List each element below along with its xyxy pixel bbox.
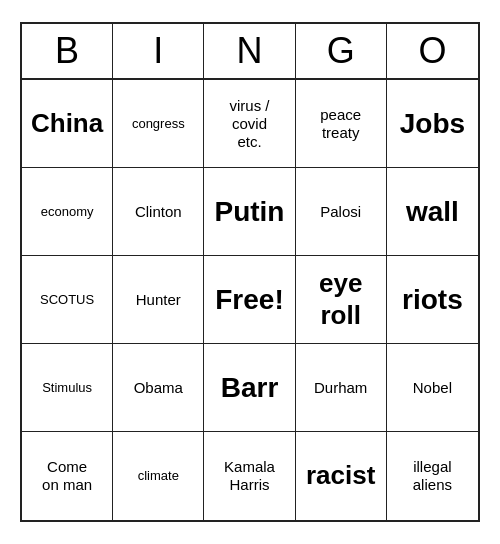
bingo-card: BINGO Chinacongressvirus / covid etc.pea… bbox=[20, 22, 480, 522]
bingo-cell: Free! bbox=[204, 256, 295, 344]
header-letter: I bbox=[113, 24, 204, 78]
bingo-cell: Durham bbox=[296, 344, 387, 432]
bingo-cell: Stimulus bbox=[22, 344, 113, 432]
bingo-cell: SCOTUS bbox=[22, 256, 113, 344]
bingo-cell: Jobs bbox=[387, 80, 478, 168]
bingo-cell: Kamala Harris bbox=[204, 432, 295, 520]
header-letter: G bbox=[296, 24, 387, 78]
cell-text: climate bbox=[138, 468, 179, 484]
cell-text: riots bbox=[402, 283, 463, 317]
cell-text: Palosi bbox=[320, 203, 361, 221]
cell-text: economy bbox=[41, 204, 94, 220]
cell-text: Clinton bbox=[135, 203, 182, 221]
cell-text: virus / covid etc. bbox=[229, 97, 269, 151]
cell-text: Kamala Harris bbox=[224, 458, 275, 494]
cell-text: Putin bbox=[214, 195, 284, 229]
cell-text: Come on man bbox=[42, 458, 92, 494]
bingo-cell: Come on man bbox=[22, 432, 113, 520]
bingo-cell: congress bbox=[113, 80, 204, 168]
bingo-cell: racist bbox=[296, 432, 387, 520]
bingo-cell: Hunter bbox=[113, 256, 204, 344]
bingo-grid: Chinacongressvirus / covid etc.peace tre… bbox=[22, 80, 478, 520]
bingo-header: BINGO bbox=[22, 24, 478, 80]
bingo-cell: Nobel bbox=[387, 344, 478, 432]
bingo-cell: eye roll bbox=[296, 256, 387, 344]
bingo-cell: Obama bbox=[113, 344, 204, 432]
bingo-cell: peace treaty bbox=[296, 80, 387, 168]
cell-text: Free! bbox=[215, 283, 283, 317]
bingo-cell: China bbox=[22, 80, 113, 168]
bingo-cell: Barr bbox=[204, 344, 295, 432]
bingo-cell: virus / covid etc. bbox=[204, 80, 295, 168]
bingo-cell: illegal aliens bbox=[387, 432, 478, 520]
header-letter: N bbox=[204, 24, 295, 78]
cell-text: illegal aliens bbox=[413, 458, 452, 494]
cell-text: Nobel bbox=[413, 379, 452, 397]
cell-text: eye roll bbox=[319, 268, 362, 330]
cell-text: Jobs bbox=[400, 107, 465, 141]
bingo-cell: economy bbox=[22, 168, 113, 256]
cell-text: Durham bbox=[314, 379, 367, 397]
cell-text: wall bbox=[406, 195, 459, 229]
cell-text: peace treaty bbox=[320, 106, 361, 142]
cell-text: Obama bbox=[134, 379, 183, 397]
cell-text: Hunter bbox=[136, 291, 181, 309]
bingo-cell: Clinton bbox=[113, 168, 204, 256]
cell-text: Barr bbox=[221, 371, 279, 405]
bingo-cell: climate bbox=[113, 432, 204, 520]
bingo-cell: Putin bbox=[204, 168, 295, 256]
cell-text: racist bbox=[306, 460, 375, 491]
cell-text: Stimulus bbox=[42, 380, 92, 396]
cell-text: China bbox=[31, 108, 103, 139]
bingo-cell: Palosi bbox=[296, 168, 387, 256]
bingo-cell: riots bbox=[387, 256, 478, 344]
cell-text: SCOTUS bbox=[40, 292, 94, 308]
cell-text: congress bbox=[132, 116, 185, 132]
header-letter: B bbox=[22, 24, 113, 78]
header-letter: O bbox=[387, 24, 478, 78]
bingo-cell: wall bbox=[387, 168, 478, 256]
